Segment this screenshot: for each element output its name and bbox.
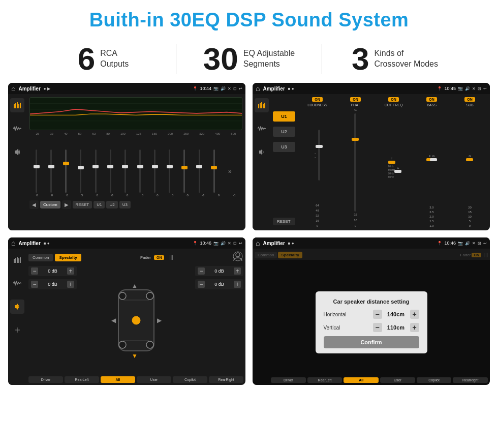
eq-icon-active[interactable] bbox=[10, 98, 24, 112]
speaker-icon[interactable] bbox=[10, 145, 24, 159]
eq-preset-reset[interactable]: RESET bbox=[73, 201, 92, 208]
close-icon: ✕ bbox=[228, 86, 231, 91]
crossover-time: 10:45 bbox=[444, 86, 456, 91]
eq-slider-5[interactable] bbox=[95, 137, 97, 193]
fader-btn-rearleft[interactable]: RearLeft bbox=[65, 376, 99, 383]
dialog-volume-icon: 🔊 bbox=[465, 241, 470, 246]
vol-plus-4[interactable]: + bbox=[234, 281, 241, 288]
crossover-window-icon: ⊡ bbox=[478, 86, 481, 91]
dialog-btn-copilot[interactable]: Copilot bbox=[417, 377, 452, 383]
fader-btn-rearright[interactable]: RearRight bbox=[209, 376, 243, 383]
dialog-close-icon: ✕ bbox=[472, 241, 476, 246]
eq-slider-12[interactable] bbox=[199, 137, 200, 193]
crossover-reset-btn[interactable]: RESET bbox=[273, 218, 295, 225]
eq-preset-custom[interactable]: Custom bbox=[40, 201, 60, 208]
eq-status-dots: ● ▶ bbox=[44, 86, 50, 91]
crossover-status-icons: 📍 10:45 📷 🔊 ✕ ⊡ ↩ bbox=[437, 86, 487, 91]
dialog-home-icon[interactable]: ⌂ bbox=[256, 239, 260, 247]
crossover-home-icon[interactable]: ⌂ bbox=[256, 84, 260, 93]
eq-slider-7[interactable] bbox=[124, 137, 126, 193]
eq-preset-u1[interactable]: U1 bbox=[94, 201, 105, 208]
eq-slider-1[interactable] bbox=[36, 137, 37, 193]
eq-preset-u2[interactable]: U2 bbox=[106, 201, 117, 208]
dialog-camera-icon: 📷 bbox=[458, 241, 463, 246]
u3-btn[interactable]: U3 bbox=[273, 142, 295, 152]
stat-label-eq: EQ Adjustable Segments bbox=[243, 48, 295, 70]
fader-btn-driver[interactable]: Driver bbox=[28, 376, 63, 383]
vol-plus-1[interactable]: + bbox=[67, 267, 74, 275]
svg-marker-21 bbox=[15, 304, 18, 310]
eq-status-icons: 📍 10:44 📷 🔊 ✕ ⊡ ↩ bbox=[193, 86, 242, 91]
eq-slider-10[interactable] bbox=[169, 137, 170, 193]
fader-back-icon[interactable]: ↩ bbox=[239, 241, 242, 246]
dialog-minus-horizontal[interactable]: − bbox=[373, 310, 382, 319]
eq-slider-4[interactable] bbox=[80, 137, 81, 193]
u1-btn[interactable]: U1 bbox=[273, 111, 295, 122]
dialog-btn-rearright[interactable]: RearRight bbox=[453, 377, 488, 383]
eq-slider-11[interactable] bbox=[183, 137, 185, 193]
vol-minus-2[interactable]: − bbox=[31, 281, 38, 288]
svg-point-33 bbox=[146, 341, 153, 348]
cutfreq-on[interactable]: ON bbox=[388, 97, 399, 102]
fader-on-badge[interactable]: ON bbox=[154, 255, 165, 260]
stat-label-crossover: Kinds of Crossover Modes bbox=[375, 48, 438, 70]
vol-minus-1[interactable]: − bbox=[31, 267, 38, 275]
dialog-btn-rearleft[interactable]: RearLeft bbox=[307, 377, 343, 383]
fader-btn-user[interactable]: User bbox=[137, 376, 171, 383]
crossover-eq-icon[interactable] bbox=[255, 98, 269, 112]
eq-slider-6[interactable] bbox=[110, 137, 111, 193]
crossover-back-icon[interactable]: ↩ bbox=[483, 86, 487, 91]
dialog-overlay: Car speaker distance setting Horizontal … bbox=[253, 260, 490, 385]
eq-slider-2[interactable] bbox=[50, 137, 52, 193]
u2-btn[interactable]: U2 bbox=[273, 127, 295, 137]
vol-plus-3[interactable]: + bbox=[234, 267, 241, 275]
fader-tab-specialty[interactable]: Specialty bbox=[55, 254, 81, 261]
back-icon[interactable]: ↩ bbox=[239, 86, 242, 91]
bass-on[interactable]: ON bbox=[426, 97, 437, 102]
fader-profile-icon[interactable] bbox=[232, 251, 243, 264]
eq-next-btn[interactable]: ▶ bbox=[62, 200, 71, 209]
fader-side-icons bbox=[8, 249, 26, 385]
dialog-back-icon[interactable]: ↩ bbox=[483, 241, 487, 246]
vol-value-1: 0 dB bbox=[40, 268, 65, 274]
fader-btn-all[interactable]: All bbox=[101, 376, 135, 383]
fader-status-dots: ■ ● bbox=[44, 241, 50, 246]
fader-home-icon[interactable]: ⌂ bbox=[11, 239, 15, 247]
crossover-wave-icon[interactable] bbox=[255, 122, 269, 136]
fader-tab-common[interactable]: Common bbox=[28, 254, 53, 261]
home-icon[interactable]: ⌂ bbox=[11, 84, 15, 93]
eq-slider-13[interactable] bbox=[213, 137, 215, 193]
vol-minus-3[interactable]: − bbox=[198, 267, 205, 275]
dialog-minus-vertical[interactable]: − bbox=[373, 323, 382, 332]
dialog-btn-user[interactable]: User bbox=[380, 377, 415, 383]
waveform-icon[interactable] bbox=[10, 122, 24, 136]
dialog-row-horizontal: Horizontal − 140cm + bbox=[324, 310, 419, 319]
phat-slider[interactable] bbox=[354, 113, 356, 212]
fader-speaker-icon[interactable] bbox=[10, 300, 24, 314]
dialog-btn-all[interactable]: All bbox=[344, 377, 379, 383]
fader-btn-copilot[interactable]: Copilot bbox=[173, 376, 207, 383]
phat-col: ON PHAT G 32 16 0 bbox=[337, 97, 374, 227]
fader-status-bar: ⌂ Amplifier ■ ● 📍 10:46 📷 🔊 ✕ ⊡ ↩ bbox=[8, 237, 245, 249]
fader-eq-icon[interactable] bbox=[10, 253, 24, 267]
fader-wave-icon[interactable] bbox=[10, 276, 24, 290]
loudness-slider[interactable] bbox=[318, 130, 320, 181]
sub-on[interactable]: ON bbox=[464, 97, 475, 102]
eq-prev-btn[interactable]: ◀ bbox=[29, 200, 39, 209]
dialog-btn-driver[interactable]: Driver bbox=[271, 377, 306, 383]
dialog-plus-horizontal[interactable]: + bbox=[410, 310, 419, 319]
vol-minus-4[interactable]: − bbox=[198, 281, 205, 288]
loudness-on[interactable]: ON bbox=[312, 97, 323, 102]
fader-vol-icon[interactable] bbox=[10, 323, 24, 337]
eq-slider-8[interactable] bbox=[139, 137, 141, 193]
crossover-speaker-icon[interactable] bbox=[255, 145, 269, 159]
phat-on[interactable]: ON bbox=[350, 97, 361, 102]
crossover-status-left: ⌂ Amplifier ■ ● bbox=[256, 84, 294, 93]
eq-preset-u3[interactable]: U3 bbox=[119, 201, 131, 208]
confirm-button[interactable]: Confirm bbox=[324, 336, 419, 348]
vol-plus-2[interactable]: + bbox=[67, 281, 74, 288]
dialog-plus-vertical[interactable]: + bbox=[410, 323, 419, 332]
eq-slider-9[interactable] bbox=[154, 137, 155, 193]
eq-scroll-right[interactable]: » bbox=[228, 150, 236, 193]
eq-slider-3[interactable] bbox=[65, 137, 67, 193]
